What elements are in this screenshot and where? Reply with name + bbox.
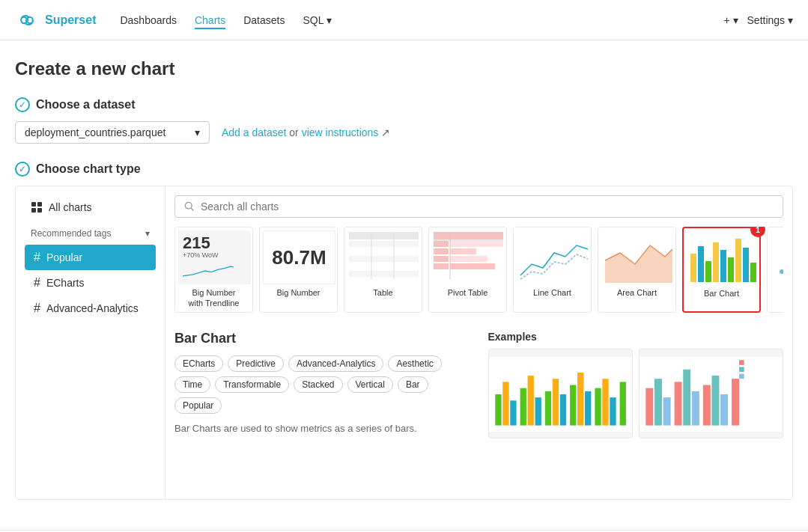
svg-rect-10 (349, 263, 419, 269)
chart-thumb-label-table: Table (347, 287, 419, 298)
svg-rect-26 (690, 254, 696, 282)
svg-rect-54 (544, 391, 550, 425)
page: Create a new chart ✓ Choose a dataset de… (0, 40, 808, 518)
tag-time[interactable]: Time (174, 376, 210, 393)
chart-thumb-big-number-trendline[interactable]: 215 +70% WoW Big Numberwith Trendline (174, 227, 253, 313)
svg-rect-49 (502, 382, 508, 425)
tag-stacked[interactable]: Stacked (294, 376, 342, 393)
chart-thumb-img-big-number: 80.7M (263, 230, 335, 284)
page-title: Create a new chart (15, 58, 793, 79)
brand: Superset (15, 8, 96, 32)
chart-thumb-line-chart[interactable]: Line Chart (513, 227, 592, 313)
svg-rect-32 (735, 239, 741, 282)
chart-thumb-big-number[interactable]: 80.7M Big Number (259, 227, 338, 313)
chart-selected-badge: 1 (750, 227, 765, 237)
chart-thumb-label-big-number: Big Number (263, 287, 334, 298)
example-img-2 (639, 349, 783, 438)
nav-links: Dashboards Charts Datasets SQL ▾ (120, 11, 331, 29)
svg-rect-21 (450, 256, 487, 262)
sidebar-all-charts[interactable]: All charts (25, 195, 156, 219)
chart-thumb-label-big-number-trendline: Big Numberwith Trendline (178, 287, 249, 309)
nav-sql[interactable]: SQL ▾ (303, 11, 331, 29)
chart-sidebar: All charts Recommended tags ▾ # Popular … (16, 186, 165, 499)
nav-datasets[interactable]: Datasets (243, 11, 285, 29)
svg-rect-69 (654, 379, 662, 425)
chart-thumb-label-scatter-plot: Scatter Plot (771, 287, 783, 298)
svg-rect-20 (450, 248, 476, 254)
svg-rect-9 (349, 256, 419, 262)
svg-rect-7 (349, 241, 419, 247)
tag-popular[interactable]: Popular (174, 397, 222, 414)
chart-thumb-img-big-number-trendline: 215 +70% WoW (178, 230, 251, 284)
chart-thumb-img-line-chart (517, 230, 589, 284)
svg-rect-72 (683, 369, 690, 425)
nav-dashboards[interactable]: Dashboards (120, 11, 177, 29)
chart-description: Bar Charts are used to show metrics as a… (174, 423, 470, 434)
sidebar-item-popular-label: Popular (46, 251, 82, 263)
chart-thumb-table[interactable]: Table (344, 227, 422, 313)
svg-rect-63 (619, 382, 625, 425)
svg-rect-75 (711, 376, 719, 426)
svg-rect-27 (698, 246, 704, 282)
svg-rect-50 (510, 400, 516, 425)
tag-transformable[interactable]: Transformable (215, 376, 289, 393)
chart-info: Bar Chart ECharts Predictive Advanced-An… (174, 331, 470, 438)
grid-icon (31, 201, 43, 213)
chart-thumb-pivot-table[interactable]: Pivot Table (428, 227, 507, 313)
hash-icon: # (34, 251, 40, 264)
svg-rect-57 (570, 385, 576, 425)
chart-thumb-scatter-plot[interactable]: Scatter Plot (767, 227, 783, 313)
tag-predictive[interactable]: Predictive (228, 355, 284, 372)
chart-type-panel: All charts Recommended tags ▾ # Popular … (15, 186, 793, 500)
search-bar[interactable] (174, 195, 783, 218)
svg-line-5 (191, 208, 193, 210)
sidebar-recommended-tags[interactable]: Recommended tags ▾ (25, 225, 156, 242)
external-link-icon: ↗ (381, 126, 390, 138)
chart-detail-title: Bar Chart (174, 331, 470, 346)
search-input[interactable] (201, 201, 774, 213)
add-dataset-link[interactable]: Add a dataset (222, 126, 286, 138)
chart-thumb-label-bar-chart: Bar Chart (687, 288, 756, 299)
nav-right: + ▾ Settings ▾ (723, 14, 793, 26)
dataset-row: deployment_countries.parquet ▾ Add a dat… (15, 121, 793, 144)
tag-vertical[interactable]: Vertical (347, 376, 393, 393)
svg-rect-56 (559, 394, 565, 426)
svg-rect-73 (692, 391, 699, 425)
svg-rect-0 (31, 202, 36, 207)
nav-charts[interactable]: Charts (195, 11, 225, 29)
chart-thumb-img-bar-chart (687, 231, 759, 285)
chart-thumb-img-scatter-plot (771, 230, 783, 284)
svg-rect-30 (720, 250, 726, 282)
dataset-links: Add a dataset or view instructions ↗ (222, 126, 390, 138)
chart-type-check-icon: ✓ (15, 162, 30, 177)
sidebar-item-advanced-analytics[interactable]: # Advanced-Analytics (25, 296, 156, 321)
tag-bar[interactable]: Bar (398, 376, 428, 393)
svg-rect-48 (495, 394, 501, 426)
svg-rect-71 (674, 382, 681, 425)
svg-point-35 (780, 269, 783, 274)
example-img-1 (488, 349, 633, 438)
dataset-select[interactable]: deployment_countries.parquet ▾ (15, 121, 210, 144)
view-instructions-link[interactable]: view instructions (302, 126, 379, 138)
settings-button[interactable]: Settings ▾ (747, 14, 793, 26)
chart-type-section-header: ✓ Choose chart type (15, 162, 793, 177)
dataset-check-icon: ✓ (15, 97, 30, 112)
svg-rect-59 (585, 391, 591, 425)
svg-rect-29 (713, 242, 719, 282)
chart-thumb-area-chart[interactable]: Area Chart (598, 227, 676, 313)
svg-rect-14 (434, 232, 503, 239)
chart-thumb-img-table (347, 230, 420, 284)
tag-aesthetic[interactable]: Aesthetic (388, 355, 441, 372)
svg-rect-66 (739, 367, 744, 372)
tag-advanced-analytics[interactable]: Advanced-Analytics (288, 355, 383, 372)
svg-rect-17 (434, 256, 449, 262)
sidebar-item-echarts[interactable]: # ECharts (25, 270, 156, 296)
chart-thumb-bar-chart[interactable]: 1 Bar C (682, 227, 761, 313)
sidebar-item-popular[interactable]: # Popular (25, 245, 156, 270)
sidebar-item-echarts-label: ECharts (46, 277, 85, 289)
add-button[interactable]: + ▾ (723, 14, 738, 26)
dataset-section-title: Choose a dataset (36, 98, 135, 111)
svg-rect-70 (663, 397, 670, 425)
tag-echarts[interactable]: ECharts (174, 355, 223, 372)
sidebar-item-advanced-analytics-label: Advanced-Analytics (46, 302, 139, 314)
